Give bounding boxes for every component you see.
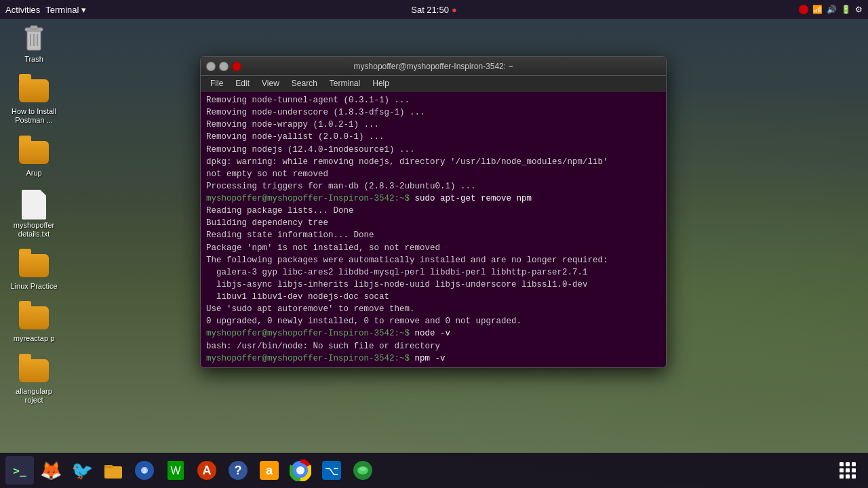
svg-rect-7 [104, 465, 113, 468]
menu-edit[interactable]: Edit [230, 77, 255, 89]
svg-text:a: a [266, 464, 273, 477]
allangularproject-icon [19, 356, 49, 386]
terminal-body[interactable]: Removing node-tunnel-agent (0.3.1-1) ...… [201, 92, 666, 364]
arup-label: Arup [26, 169, 41, 178]
linux-practice-label: Linux Practice [10, 282, 57, 291]
taskbar-rhythmbox-icon[interactable]: ♪ [130, 456, 159, 485]
desktop-icon-how-to-install[interactable]: How to Install Postman ... [7, 76, 61, 125]
trash-icon [19, 24, 49, 54]
settings-icon: ⚙ [855, 5, 863, 14]
terminal-titlebar: myshopoffer@myshopoffer-Inspiron-3542: ~ [201, 57, 666, 76]
battery-icon: 🔋 [841, 5, 851, 14]
clock: Sat 21:50 [411, 5, 449, 15]
maximize-button[interactable] [219, 62, 229, 71]
taskbar-thunderbird-icon[interactable]: 🐦 [68, 456, 96, 485]
terminal-line: myshopoffer@myshopoffer-Inspiron-3542:~$… [206, 192, 660, 205]
taskbar-files-icon[interactable] [99, 456, 127, 485]
terminal-line: Removing node-tunnel-agent (0.3.1-1) ... [206, 94, 660, 106]
terminal-line: Removing nodejs (12.4.0-1nodesource1) ..… [206, 144, 660, 156]
svg-text:?: ? [235, 464, 242, 477]
terminal-line: not empty so not removed [206, 168, 660, 180]
svg-text:♪: ♪ [142, 466, 146, 475]
desktop: Activities Terminal ▾ Sat 21:50 ● 📶 🔊 🔋 … [0, 0, 868, 488]
file-label: myshopoffer details.txt [7, 221, 61, 239]
taskbar-libreoffice-icon[interactable]: W [161, 456, 190, 485]
taskbar-vscode-icon[interactable]: ⌥ [317, 456, 346, 485]
desktop-icon-allangularproject[interactable]: allangularp roject [7, 356, 61, 405]
menu-terminal[interactable]: Terminal [324, 77, 366, 89]
linux-practice-icon [19, 251, 49, 281]
terminal-line: Removing node-underscore (1.8.3-dfsg-1) … [206, 106, 660, 119]
taskbar-unity-icon[interactable] [349, 456, 377, 485]
svg-text:W: W [170, 465, 181, 476]
taskbar-icons: >_ 🦊 🐦 ♪ [5, 456, 377, 485]
desktop-icon-linux-practice[interactable]: Linux Practice [7, 251, 61, 291]
terminal-line: libuv1 libuv1-dev nodejs-doc socat [206, 291, 660, 303]
terminal-line: The following packages were automaticall… [206, 254, 660, 266]
how-to-install-label: How to Install Postman ... [7, 107, 61, 125]
sound-icon: 🔊 [827, 5, 837, 14]
terminal-line: 0 upgraded, 0 newly installed, 0 to remo… [206, 315, 660, 327]
trash-label: Trash [24, 55, 43, 64]
activities-button[interactable]: Activities [5, 5, 40, 15]
terminal-line: Removing node-yallist (2.0.0-1) ... [206, 131, 660, 143]
taskbar-terminal-icon[interactable]: >_ [5, 456, 34, 485]
desktop-icon-arup[interactable]: Arup [7, 138, 61, 178]
svg-text:A: A [203, 464, 212, 477]
terminal-line: Use 'sudo apt autoremove' to remove them… [206, 303, 660, 315]
allangularproject-label: allangularp roject [7, 387, 61, 405]
arup-icon [19, 138, 49, 167]
svg-rect-2 [31, 26, 37, 29]
terminal-line: Removing node-wrappy (1.0.2-1) ... [206, 119, 660, 131]
myreactapp-icon [19, 303, 49, 333]
terminal-menubar: File Edit View Search Terminal Help [201, 76, 666, 92]
terminal-line: Package 'npm' is not installed, so not r… [206, 242, 660, 254]
svg-point-27 [359, 467, 366, 471]
topbar: Activities Terminal ▾ Sat 21:50 ● 📶 🔊 🔋 … [0, 0, 868, 19]
desktop-icon-file[interactable]: myshopoffer details.txt [7, 190, 61, 239]
svg-text:⌥: ⌥ [325, 464, 339, 478]
terminal-menu-label: Terminal [45, 5, 79, 15]
file-icon [19, 190, 49, 220]
close-button[interactable] [232, 62, 241, 71]
recording-dot: ● [452, 5, 457, 15]
terminal-window[interactable]: myshopoffer@myshopoffer-Inspiron-3542: ~… [200, 56, 667, 368]
terminal-line: Reading state information... Done [206, 229, 660, 241]
terminal-line: bash: /usr/bin/node: No such file or dir… [206, 340, 660, 352]
taskbar-help-icon[interactable]: ? [224, 456, 252, 485]
how-to-install-icon [19, 76, 49, 106]
terminal-line: dpkg: warning: while removing nodejs, di… [206, 156, 660, 168]
record-button[interactable] [799, 5, 808, 14]
taskbar-ubuntu-software-icon[interactable]: A [193, 456, 221, 485]
svg-point-21 [297, 467, 304, 474]
apps-grid [840, 462, 856, 479]
terminal-window-buttons [206, 62, 241, 71]
terminal-line: Reading package lists... Done [206, 205, 660, 217]
menu-help[interactable]: Help [367, 77, 395, 89]
terminal-line: galera-3 gyp libc-ares2 libdbd-mysql-per… [206, 266, 660, 279]
terminal-title: myshopoffer@myshopoffer-Inspiron-3542: ~ [354, 62, 513, 71]
desktop-icons-container: Trash How to Install Postman ... Arup [7, 24, 61, 405]
terminal-line: Building dependency tree [206, 217, 660, 229]
terminal-menu-arrow: ▾ [81, 5, 86, 15]
taskbar-amazon-icon[interactable]: a [255, 456, 283, 485]
terminal-line: myshopoffer@myshopoffer-Inspiron-3542:~$… [206, 352, 660, 364]
myreactapp-label: myreactap p [14, 334, 55, 343]
apps-grid-button[interactable] [835, 458, 860, 483]
minimize-button[interactable] [206, 62, 216, 71]
taskbar-firefox-icon[interactable]: 🦊 [37, 456, 65, 485]
taskbar-chrome-icon[interactable] [286, 456, 315, 485]
menu-file[interactable]: File [205, 77, 229, 89]
wifi-icon: 📶 [812, 5, 823, 14]
terminal-menu[interactable]: Terminal ▾ [45, 5, 86, 15]
taskbar: >_ 🦊 🐦 ♪ [0, 453, 868, 488]
menu-view[interactable]: View [256, 77, 285, 89]
terminal-line: libjs-async libjs-inherits libjs-node-uu… [206, 279, 660, 291]
desktop-icon-myreactapp[interactable]: myreactap p [7, 303, 61, 343]
terminal-line: Processing triggers for man-db (2.8.3-2u… [206, 180, 660, 192]
terminal-line: myshopoffer@myshopoffer-Inspiron-3542:~$… [206, 327, 660, 340]
menu-search[interactable]: Search [286, 77, 323, 89]
desktop-icon-trash[interactable]: Trash [7, 24, 61, 64]
